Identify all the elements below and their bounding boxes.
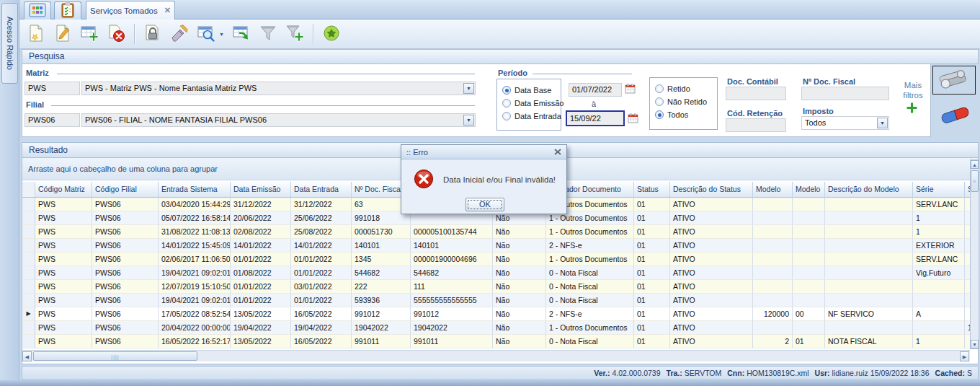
error-dialog-titlebar[interactable]: :: Erro (401, 145, 566, 159)
table-row[interactable]: PWSPWS0614/01/2022 15:45:0914/01/202214/… (22, 239, 970, 253)
radio-todos[interactable]: Todos (650, 108, 717, 121)
table-row[interactable]: PWSPWS0616/05/2022 16:52:1713/05/202216/… (22, 335, 970, 348)
grid-cell: 02/08/2022 (231, 225, 291, 239)
quick-access-tab[interactable]: Acesso Rápido (1, 3, 18, 84)
radio-icon[interactable] (502, 86, 511, 95)
radio-icon[interactable] (502, 112, 511, 120)
radio-data-emissão[interactable]: Data Emissão (497, 97, 561, 110)
vertical-scrollbar[interactable]: ▲ ≡ ▼ (970, 159, 979, 349)
imposto-select[interactable]: Todos ▼ (801, 116, 889, 130)
table-row[interactable]: PWSPWS0620/04/2022 00:00:0019/04/202219/… (22, 321, 970, 335)
table-row[interactable]: PWSPWS0602/06/2017 11:06:5001/01/202201/… (22, 253, 970, 266)
radio-icon[interactable] (655, 97, 664, 106)
matriz-combo[interactable]: PWS - Matriz PWS - Nome Fantasia Matriz … (81, 82, 476, 95)
radio-icon[interactable] (655, 110, 664, 119)
scroll-down-icon[interactable]: ▼ (971, 340, 979, 348)
imposto-dropdown-icon[interactable]: ▼ (877, 118, 888, 128)
grid-cell: A (913, 307, 965, 321)
column-header[interactable]: S (965, 182, 970, 198)
grid-cell: NOTA FISCAL (825, 335, 913, 348)
column-header[interactable]: Descrição do Modelo (825, 182, 913, 198)
matriz-dropdown-icon[interactable]: ▼ (463, 83, 474, 94)
grid-cell: ATIVO (670, 307, 753, 321)
search-button[interactable] (932, 66, 976, 95)
date-from-field[interactable]: 01/07/2022 (569, 83, 622, 97)
grid-search-button[interactable] (195, 23, 217, 45)
column-header[interactable]: Modelo (753, 182, 793, 198)
grid-export-button[interactable] (231, 23, 252, 45)
favorites-button[interactable] (321, 23, 342, 45)
ok-button[interactable]: OK (466, 198, 504, 211)
scroll-right-icon[interactable]: ▶ (960, 351, 969, 361)
row-indicator-header (22, 182, 35, 198)
status-label: Usr: (815, 369, 830, 377)
grid-cell (825, 239, 913, 253)
horizontal-scroll-thumb[interactable]: |||| (33, 351, 197, 361)
grid-cell: 14/01/2022 15:45:09 (159, 239, 231, 253)
radio-não-retido[interactable]: Não Retido (650, 95, 717, 108)
grid-cell (965, 239, 970, 253)
column-header[interactable]: Status (634, 182, 670, 198)
filial-combo[interactable]: PWS06 - FILIAL - NOME FANTASIA FILIAL PW… (81, 113, 476, 127)
grid-add-button[interactable] (79, 23, 100, 45)
clear-filters-button[interactable] (938, 100, 973, 130)
doc-contabil-field[interactable] (726, 87, 786, 100)
table-row[interactable]: PWSPWS0619/04/2021 09:02:0101/01/202201/… (22, 294, 970, 307)
filial-code-field[interactable]: PWS06 (24, 113, 80, 127)
grid-cell: ATIVO (670, 225, 753, 239)
horizontal-scrollbar[interactable]: ◀ |||| ▶ (22, 350, 970, 361)
calendar-icon-to[interactable] (628, 113, 639, 124)
delete-record-button[interactable] (105, 23, 127, 45)
radio-data-entrada[interactable]: Data Entrada (497, 110, 561, 123)
radio-icon[interactable] (655, 84, 664, 93)
quick-access-sidebar: Acesso Rápido (0, 0, 19, 380)
doc-contabil-label: Doc. Contábil (727, 77, 778, 86)
dialog-close-icon[interactable] (554, 148, 561, 157)
column-header[interactable]: Entrada Sistema (159, 182, 231, 198)
filter-add-button[interactable] (284, 23, 306, 45)
lock-record-button[interactable] (142, 23, 164, 45)
grid-cell: PWS (35, 280, 92, 294)
grid-cell: 0 - Nota Fiscal (546, 280, 634, 294)
tab-launcher[interactable] (24, 1, 51, 19)
vertical-scroll-thumb[interactable]: ≡ (971, 170, 979, 192)
table-row[interactable]: PWSPWS0631/08/2022 11:08:1302/08/202225/… (22, 225, 970, 239)
column-header[interactable]: Série (913, 182, 965, 198)
edit-record-button[interactable] (52, 23, 74, 45)
filter-button[interactable] (257, 23, 279, 45)
column-header[interactable]: Descrição do Status (670, 182, 753, 198)
table-row[interactable]: PWSPWS0619/04/2021 09:02:0101/08/202201/… (22, 266, 970, 280)
column-header[interactable]: Código Matriz (35, 182, 92, 198)
num-doc-fiscal-field[interactable] (801, 87, 889, 100)
matriz-code-field[interactable]: PWS (24, 82, 80, 95)
mais-filtros-plus-icon[interactable] (906, 102, 918, 115)
column-header[interactable]: Data Emissão (231, 182, 291, 198)
scroll-left-icon[interactable]: ◀ (22, 351, 32, 361)
grid-search-dropdown-icon[interactable]: ▼ (219, 32, 226, 37)
new-record-button[interactable] (25, 23, 47, 45)
tab-tasks[interactable] (54, 1, 81, 19)
table-row[interactable]: PWSPWS0612/07/2019 15:10:5001/01/202203/… (22, 280, 970, 294)
column-header[interactable]: Código Filial (92, 182, 159, 198)
filial-dropdown-icon[interactable]: ▼ (463, 115, 474, 126)
periodo-radio-group: Data BaseData EmissãoData Entrada (496, 79, 561, 131)
radio-data-base[interactable]: Data Base (497, 84, 561, 97)
radio-retido[interactable]: Retido (650, 82, 717, 95)
grid-cell: PWS06 (92, 335, 159, 348)
table-row[interactable]: ▶PWSPWS0617/05/2022 08:52:5413/05/202216… (22, 307, 970, 321)
cod-retencao-field[interactable] (726, 118, 786, 132)
tab-close-icon[interactable]: ✕ (164, 6, 171, 15)
scroll-up-icon[interactable]: ▲ (971, 160, 979, 169)
column-header[interactable]: Modelo (793, 182, 825, 198)
audit-edit-button[interactable] (169, 23, 190, 45)
grid-cell: 01 (793, 335, 825, 348)
mais-filtros-link[interactable]: Mais filtros (895, 80, 931, 100)
date-to-field[interactable]: 15/09/22 (566, 110, 625, 126)
grid-cell: 1345 (352, 253, 411, 266)
grid-cell: PWS06 (92, 280, 159, 294)
quick-access-label: Acesso Rápido (6, 17, 14, 70)
calendar-icon-from[interactable] (625, 84, 636, 95)
tab-servicos-tomados[interactable]: Serviços Tomados ✕ (86, 1, 175, 19)
radio-icon[interactable] (502, 99, 511, 108)
column-header[interactable]: Data Entrada (291, 182, 352, 198)
